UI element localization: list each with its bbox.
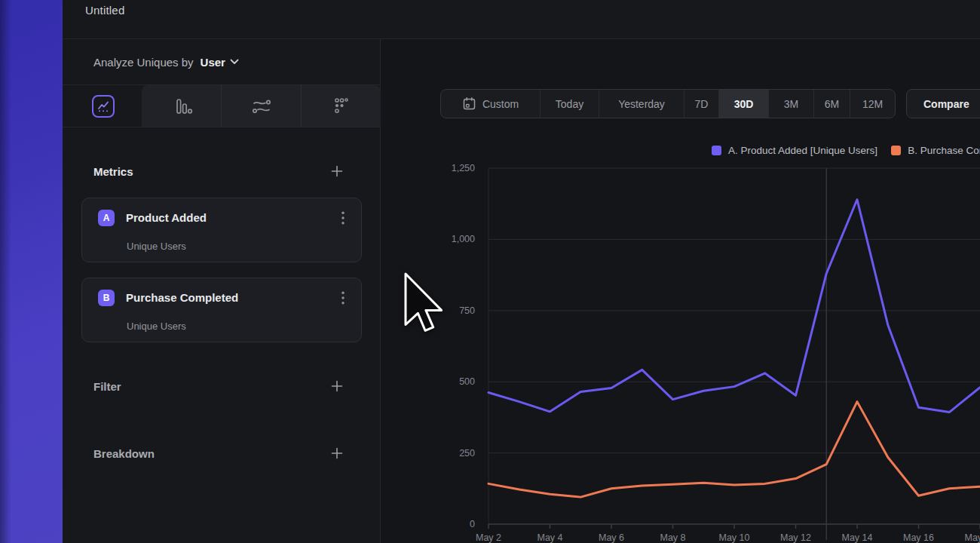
kebab-menu-icon[interactable] bbox=[335, 290, 351, 305]
x-axis-tick-label: May 4 bbox=[537, 532, 562, 543]
app-window: Untitled Analyze Uniques by User bbox=[63, 0, 980, 543]
chevron-down-icon bbox=[230, 59, 239, 65]
kebab-menu-icon[interactable] bbox=[335, 210, 351, 225]
add-filter-button[interactable] bbox=[330, 379, 344, 393]
x-axis-tick-label: May 2 bbox=[476, 532, 501, 543]
analyze-row: Analyze Uniques by User bbox=[63, 39, 380, 85]
chart-panel: Custom Today Yesterday 7D 30D 3M 6M 12M … bbox=[381, 39, 980, 543]
metrics-title: Metrics bbox=[93, 165, 133, 178]
report-title[interactable]: Untitled bbox=[85, 4, 124, 17]
metric-badge: B bbox=[98, 290, 115, 306]
metric-card-purchase-completed[interactable]: B Purchase Completed Unique Users bbox=[81, 278, 362, 342]
titlebar: Untitled bbox=[63, 0, 980, 39]
analyze-label: Analyze Uniques by bbox=[93, 56, 194, 69]
metric-name: Purchase Completed bbox=[126, 291, 238, 304]
plus-icon bbox=[331, 380, 343, 392]
metric-name: Product Added bbox=[126, 211, 207, 224]
x-axis-tick-label: May 12 bbox=[780, 532, 811, 543]
plus-icon bbox=[331, 447, 343, 459]
y-axis-tick-label: 500 bbox=[459, 376, 475, 387]
breakdown-label: Breakdown bbox=[93, 447, 155, 460]
x-axis-tick-label: May 6 bbox=[599, 532, 624, 543]
tab-line-chart[interactable] bbox=[92, 95, 115, 118]
x-axis-tick-label: May 16 bbox=[903, 532, 934, 543]
desktop-background-strip bbox=[0, 0, 63, 543]
metric-card-product-added[interactable]: A Product Added Unique Users bbox=[81, 198, 362, 262]
chart-canvas[interactable]: 02505007501,0001,250May 2May 4May 6May 8… bbox=[381, 39, 980, 543]
bar-chart-icon bbox=[170, 95, 193, 118]
y-axis-tick-label: 0 bbox=[470, 519, 475, 529]
x-axis-tick-label: May 14 bbox=[842, 532, 873, 543]
series-line[interactable] bbox=[488, 402, 980, 497]
line-chart-icon bbox=[96, 99, 111, 114]
plus-icon bbox=[331, 165, 343, 177]
breakdown-section: Breakdown bbox=[63, 442, 380, 465]
flows-icon bbox=[250, 95, 274, 118]
add-breakdown-button[interactable] bbox=[330, 446, 344, 460]
tab-bar-chart[interactable] bbox=[142, 85, 221, 127]
x-axis-tick-label: May 10 bbox=[719, 532, 750, 543]
x-axis-tick-label: May 18 bbox=[965, 532, 980, 543]
tab-flows[interactable] bbox=[221, 85, 301, 127]
dots-grid-icon bbox=[330, 95, 353, 118]
add-metric-button[interactable] bbox=[330, 164, 344, 178]
metric-measurement[interactable]: Unique Users bbox=[127, 321, 186, 332]
metric-badge: A bbox=[98, 210, 115, 226]
x-axis-tick-label: May 8 bbox=[660, 532, 685, 543]
tab-retention[interactable] bbox=[301, 85, 381, 127]
y-axis-tick-label: 1,250 bbox=[452, 163, 475, 173]
y-axis-tick-label: 750 bbox=[459, 305, 475, 316]
y-axis-tick-label: 1,000 bbox=[452, 234, 475, 244]
y-axis-tick-label: 250 bbox=[459, 448, 475, 459]
mouse-cursor bbox=[404, 272, 445, 334]
analyze-by-dropdown[interactable]: User bbox=[201, 56, 239, 69]
sidebar: Analyze Uniques by User bbox=[63, 39, 381, 543]
analyze-by-value: User bbox=[201, 56, 225, 69]
series-line[interactable] bbox=[488, 200, 980, 413]
filter-section: Filter bbox=[63, 375, 380, 397]
chart-type-tabbar bbox=[63, 85, 380, 127]
chart-type-strip bbox=[142, 85, 381, 127]
metric-measurement[interactable]: Unique Users bbox=[127, 241, 186, 252]
metrics-header: Metrics bbox=[63, 160, 380, 183]
filter-label: Filter bbox=[93, 380, 121, 393]
